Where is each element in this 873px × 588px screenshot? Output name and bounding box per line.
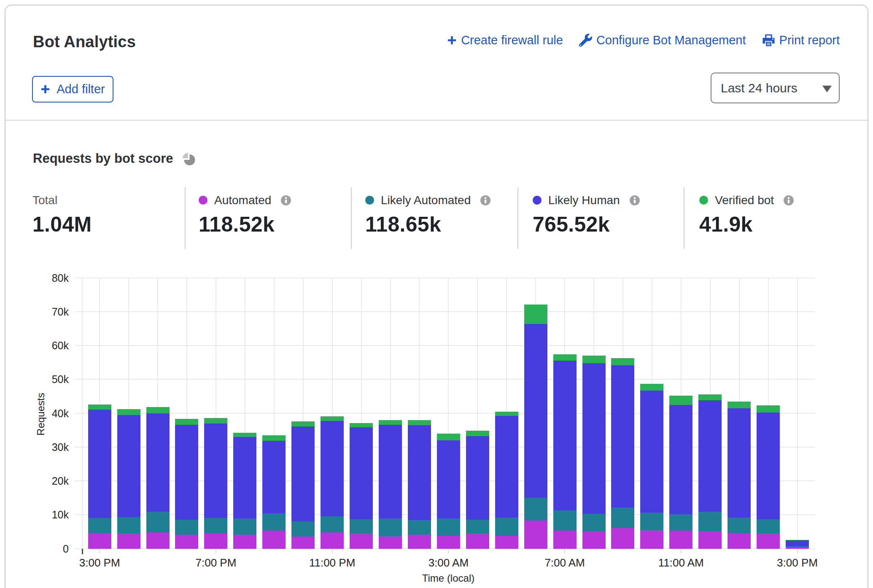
- bar-1000pm-likely-human[interactable]: [291, 426, 315, 521]
- bar-200pm-likely-automated[interactable]: [757, 519, 780, 534]
- bar-1000pm-automated[interactable]: [291, 537, 315, 549]
- bar-300pm-likely-human[interactable]: [786, 540, 809, 546]
- bar-1100pm-likely-human[interactable]: [321, 421, 344, 516]
- bar-1100pm-verified-bot[interactable]: [321, 416, 344, 421]
- bar-1000am-likely-human[interactable]: [640, 391, 663, 512]
- bar-700pm-likely-human[interactable]: [204, 423, 227, 518]
- bar-600am-likely-human[interactable]: [524, 324, 547, 498]
- bar-100pm-likely-human[interactable]: [728, 408, 751, 518]
- info-icon[interactable]: [480, 195, 490, 205]
- bar-800pm-likely-automated[interactable]: [233, 518, 256, 534]
- bar-100am-likely-human[interactable]: [379, 425, 402, 518]
- bar-200am-verified-bot[interactable]: [408, 420, 431, 425]
- bar-500am-automated[interactable]: [495, 536, 518, 549]
- print-report-link[interactable]: Print report: [762, 33, 840, 47]
- bar-500pm-likely-human[interactable]: [146, 413, 170, 512]
- bar-1100am-likely-human[interactable]: [669, 405, 692, 514]
- bar-900am-automated[interactable]: [611, 528, 634, 549]
- bar-300am-automated[interactable]: [437, 536, 460, 549]
- bar-300am-likely-human[interactable]: [437, 440, 460, 518]
- bar-1100pm-likely-automated[interactable]: [321, 516, 344, 532]
- bar-1200pm-automated[interactable]: [698, 531, 722, 549]
- bar-900am-verified-bot[interactable]: [611, 358, 634, 365]
- bar-900am-likely-automated[interactable]: [611, 507, 634, 528]
- bar-900am-likely-human[interactable]: [611, 365, 634, 507]
- bar-500pm-likely-automated[interactable]: [146, 512, 170, 532]
- bar-800am-verified-bot[interactable]: [582, 356, 606, 363]
- bar-800pm-verified-bot[interactable]: [233, 433, 256, 437]
- time-range-select[interactable]: Last 24 hours: [711, 73, 840, 103]
- bar-900pm-automated[interactable]: [262, 531, 286, 549]
- bar-600am-verified-bot[interactable]: [524, 305, 547, 324]
- bar-200pm-likely-human[interactable]: [757, 413, 780, 519]
- bar-200am-likely-automated[interactable]: [408, 520, 431, 534]
- bar-1200am-verified-bot[interactable]: [350, 423, 373, 427]
- configure-bot-management-link[interactable]: Configure Bot Management: [579, 33, 746, 47]
- bar-1200pm-likely-automated[interactable]: [698, 512, 722, 531]
- bar-700pm-verified-bot[interactable]: [204, 418, 227, 423]
- bar-500am-verified-bot[interactable]: [495, 412, 518, 416]
- bar-100pm-automated[interactable]: [728, 533, 751, 549]
- bar-300pm-verified-bot[interactable]: [88, 405, 111, 410]
- bar-200pm-automated[interactable]: [757, 534, 780, 549]
- bar-400pm-likely-human[interactable]: [117, 415, 140, 517]
- bar-1000am-automated[interactable]: [640, 530, 663, 549]
- bar-600am-likely-automated[interactable]: [524, 498, 547, 521]
- bar-1100am-likely-automated[interactable]: [669, 514, 692, 531]
- bar-700pm-automated[interactable]: [204, 533, 227, 549]
- bar-300pm-likely-automated[interactable]: [88, 518, 111, 533]
- bar-300am-verified-bot[interactable]: [437, 434, 460, 440]
- bar-800am-automated[interactable]: [582, 531, 606, 549]
- bar-200am-automated[interactable]: [408, 534, 431, 549]
- info-icon[interactable]: [281, 195, 291, 205]
- bar-500am-likely-human[interactable]: [495, 416, 518, 518]
- bar-300pm-automated[interactable]: [88, 533, 111, 549]
- bar-1200am-automated[interactable]: [350, 534, 373, 549]
- bar-1100pm-automated[interactable]: [321, 532, 344, 549]
- bar-1200pm-verified-bot[interactable]: [698, 394, 722, 400]
- bar-300pm-likely-human[interactable]: [88, 410, 111, 518]
- bar-100pm-verified-bot[interactable]: [728, 402, 751, 408]
- bar-700am-likely-automated[interactable]: [553, 510, 577, 531]
- bar-1200pm-likely-human[interactable]: [698, 400, 722, 512]
- bar-400pm-verified-bot[interactable]: [117, 409, 140, 415]
- bar-300am-likely-automated[interactable]: [437, 518, 460, 536]
- bar-900pm-verified-bot[interactable]: [262, 435, 286, 441]
- bar-800pm-likely-human[interactable]: [233, 437, 256, 518]
- bar-1000pm-likely-automated[interactable]: [291, 521, 315, 537]
- bar-300pm-automated[interactable]: [786, 548, 809, 549]
- bar-400am-automated[interactable]: [466, 534, 489, 549]
- bar-800pm-automated[interactable]: [233, 534, 256, 549]
- bar-900pm-likely-human[interactable]: [262, 441, 286, 513]
- bar-1000am-verified-bot[interactable]: [640, 384, 663, 391]
- bar-500pm-verified-bot[interactable]: [146, 407, 170, 413]
- bar-800am-likely-human[interactable]: [582, 363, 606, 514]
- bar-700am-verified-bot[interactable]: [553, 354, 577, 361]
- bar-400pm-automated[interactable]: [117, 534, 140, 549]
- bar-700am-automated[interactable]: [553, 531, 577, 549]
- bar-600am-automated[interactable]: [524, 521, 547, 549]
- bar-100am-automated[interactable]: [379, 536, 402, 549]
- bar-700am-likely-human[interactable]: [553, 361, 577, 510]
- create-firewall-rule-link[interactable]: Create firewall rule: [447, 33, 563, 47]
- bar-200pm-verified-bot[interactable]: [757, 405, 780, 413]
- bar-300pm-verified-bot[interactable]: [786, 540, 809, 540]
- bar-600pm-likely-automated[interactable]: [175, 520, 198, 535]
- bar-700pm-likely-automated[interactable]: [204, 518, 227, 533]
- bar-400am-likely-human[interactable]: [466, 436, 489, 520]
- bar-100am-verified-bot[interactable]: [379, 420, 402, 425]
- info-icon[interactable]: [630, 195, 640, 205]
- bar-500am-likely-automated[interactable]: [495, 518, 518, 536]
- bar-1000pm-verified-bot[interactable]: [291, 421, 315, 426]
- bar-800am-likely-automated[interactable]: [582, 514, 606, 531]
- bar-200am-likely-human[interactable]: [408, 425, 431, 520]
- bar-1100am-automated[interactable]: [669, 531, 692, 549]
- bar-1200am-likely-automated[interactable]: [350, 519, 373, 534]
- bar-100am-likely-automated[interactable]: [379, 518, 402, 536]
- bar-500pm-automated[interactable]: [146, 532, 170, 549]
- add-filter-button[interactable]: Add filter: [32, 76, 113, 102]
- bar-600pm-automated[interactable]: [175, 535, 198, 549]
- bar-1100am-verified-bot[interactable]: [669, 396, 692, 405]
- bar-600pm-likely-human[interactable]: [175, 425, 198, 520]
- bar-400am-verified-bot[interactable]: [466, 431, 489, 436]
